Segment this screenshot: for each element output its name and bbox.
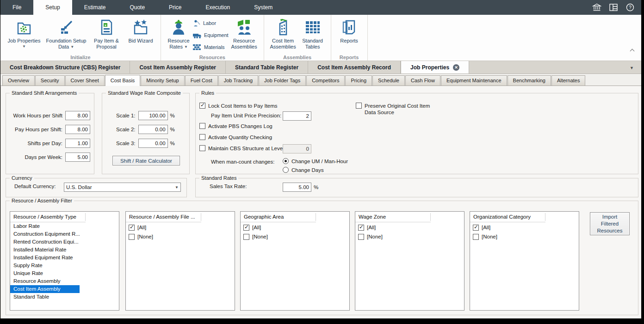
all-checkbox[interactable] (473, 225, 479, 231)
activate-pbs-changes-log-checkbox[interactable] (199, 123, 205, 129)
menu-price[interactable]: Price (157, 0, 193, 15)
filter-option-all[interactable]: [All] (470, 223, 579, 232)
work-hours-per-shift-field[interactable]: 8.00 (65, 111, 90, 120)
tab-competitors[interactable]: Competitors (306, 75, 345, 86)
menu-quote[interactable]: Quote (118, 0, 157, 15)
list-item[interactable]: Construction Equipment R... (10, 230, 119, 238)
resource-rates-button[interactable]: Resource Rates (165, 17, 192, 50)
tab-overview[interactable]: Overview (2, 75, 35, 86)
ribbon-group-label-assemblies: Assemblies (264, 55, 331, 60)
tab-equipment-maintenance[interactable]: Equipment Maintenance (441, 75, 507, 86)
tab-job-tracking[interactable]: Job Tracking (218, 75, 258, 86)
default-currency-select[interactable]: U.S. Dollar (64, 183, 181, 192)
none-checkbox[interactable] (129, 234, 135, 240)
doc-tab-job-properties[interactable]: Job Properties (401, 61, 469, 73)
chevron-down-icon (70, 44, 74, 50)
resource-assemblies-icon (236, 18, 253, 37)
tab-schedule[interactable]: Schedule (372, 75, 405, 86)
shifts-per-day-field[interactable]: 1.00 (65, 139, 90, 148)
labor-button[interactable]: Labor (192, 19, 229, 27)
geographic-area-header[interactable]: Geographic Area (241, 212, 349, 222)
tab-job-folder-tags[interactable]: Job Folder Tags (259, 75, 306, 86)
list-item-selected[interactable]: Cost Item Assembly (10, 285, 80, 293)
tab-list-dropdown-icon[interactable] (630, 66, 634, 70)
none-checkbox[interactable] (473, 234, 479, 240)
tab-pricing[interactable]: Pricing (345, 75, 372, 86)
tab-minority-setup[interactable]: Minority Setup (141, 75, 184, 86)
import-filtered-resources-button[interactable]: Import Filtered Resources (590, 212, 630, 235)
preserve-original-checkbox[interactable] (356, 103, 362, 109)
wage-zone-header[interactable]: Wage Zone (355, 212, 464, 222)
list-item[interactable]: Supply Rate (10, 262, 119, 269)
resource-assembly-file-header[interactable]: Resource / Assembly File ... (126, 212, 235, 222)
job-properties-button[interactable]: Job Properties (4, 17, 44, 49)
equipment-button[interactable]: Equipment (192, 31, 229, 39)
tab-alternates[interactable]: Alternates (551, 75, 586, 86)
list-item[interactable]: Labor Rate (10, 222, 119, 230)
list-item[interactable]: Installed Equipment Rate (10, 254, 119, 262)
list-item[interactable]: Rented Construction Equi... (10, 238, 119, 246)
resource-assemblies-button[interactable]: Resource Assemblies (229, 17, 260, 50)
pay-item-precision-field[interactable]: 2 (283, 111, 311, 121)
menu-setup[interactable]: Setup (33, 0, 72, 15)
doc-tab-cbs-register[interactable]: Cost Breakdown Structure (CBS) Register (0, 61, 130, 73)
change-days-radio[interactable] (283, 167, 289, 173)
materials-button[interactable]: Materials (192, 43, 229, 51)
tab-cost-basis[interactable]: Cost Basis (105, 75, 141, 86)
help-icon[interactable]: ? (625, 3, 635, 12)
foundation-setup-data-button[interactable]: Foundation Setup Data (44, 17, 88, 50)
filter-option-none[interactable]: [None] (126, 232, 235, 241)
tab-cash-flow[interactable]: Cash Flow (405, 75, 440, 86)
list-item[interactable]: Installed Material Rate (10, 246, 119, 254)
ribbon-group-label-reports: Reports (331, 55, 367, 60)
pay-hours-per-shift-field[interactable]: 8.00 (65, 125, 90, 134)
organizational-category-header[interactable]: Organizational Category (470, 212, 579, 222)
scale-3-field[interactable]: 0.00 (138, 139, 168, 148)
doc-tab-standard-table-register[interactable]: Standard Table Register (226, 61, 308, 73)
doc-tab-cost-item-assembly-record[interactable]: Cost Item Assembly Record (308, 61, 401, 73)
collapse-ribbon-icon[interactable] (630, 49, 635, 52)
list-item[interactable]: Unique Rate (10, 269, 119, 277)
bank-icon[interactable] (592, 3, 601, 12)
close-tab-icon[interactable] (453, 64, 459, 71)
filter-option-none[interactable]: [None] (241, 232, 349, 241)
filter-option-none[interactable]: [None] (355, 232, 464, 241)
layout-grid-icon[interactable] (609, 3, 618, 12)
scale-2-field[interactable]: 0.00 (138, 125, 168, 134)
menu-execution[interactable]: Execution (193, 0, 242, 15)
cost-item-assemblies-button[interactable]: Cost Item Assemblies (268, 17, 298, 50)
doc-tab-cost-item-assembly-register[interactable]: Cost Item Assembly Register (130, 61, 226, 73)
maintain-cbs-structure-checkbox[interactable] (199, 145, 205, 151)
reports-button[interactable]: Reports (335, 17, 364, 44)
none-checkbox[interactable] (243, 234, 249, 240)
filter-option-none[interactable]: [None] (470, 232, 579, 241)
change-um-man-hour-radio[interactable] (283, 158, 289, 164)
activate-quantity-checking-checkbox[interactable] (199, 134, 205, 140)
menu-system[interactable]: System (242, 0, 285, 15)
tab-fuel-cost[interactable]: Fuel Cost (185, 75, 218, 86)
days-per-week-field[interactable]: 5.00 (65, 153, 90, 162)
filter-option-all[interactable]: [All] (241, 223, 349, 232)
list-item[interactable]: Standard Table (10, 293, 119, 301)
tab-cover-sheet[interactable]: Cover Sheet (65, 75, 105, 86)
tab-benchmarking[interactable]: Benchmarking (508, 75, 551, 86)
menu-estimate[interactable]: Estimate (72, 0, 118, 15)
menu-file[interactable]: File (0, 0, 33, 15)
resource-assembly-type-header[interactable]: Resource / Assembly Type (10, 212, 119, 222)
pay-item-proposal-button[interactable]: x Pay Item & Proposal (88, 17, 124, 50)
bid-wizard-button[interactable]: Bid Wizard (124, 17, 157, 44)
all-checkbox[interactable] (358, 225, 364, 231)
lock-cost-items-checkbox[interactable] (199, 103, 205, 109)
sales-tax-rate-field[interactable]: 5.00 (283, 183, 311, 192)
shift-rate-calculator-button[interactable]: Shift / Rate Calculator (112, 156, 180, 165)
tab-security[interactable]: Security (35, 75, 65, 86)
all-checkbox[interactable] (129, 225, 135, 231)
scale-1-field[interactable]: 100.00 (138, 111, 168, 120)
group-title: Rules (199, 90, 216, 96)
none-checkbox[interactable] (358, 234, 364, 240)
all-checkbox[interactable] (243, 225, 249, 231)
filter-option-all[interactable]: [All] (355, 223, 464, 232)
standard-tables-button[interactable]: Standard Tables (298, 17, 327, 50)
filter-option-all[interactable]: [All] (126, 223, 235, 232)
list-item[interactable]: Resource Assembly (10, 277, 119, 285)
